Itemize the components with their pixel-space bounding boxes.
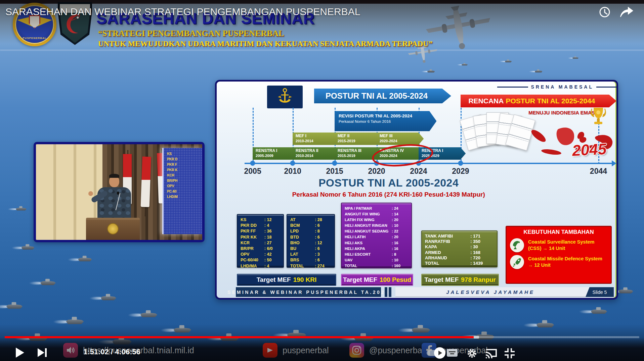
ship-superstructure	[481, 331, 487, 335]
table-row: TOTAL: 1439	[425, 261, 494, 266]
row-label: RANRATFIB	[425, 239, 470, 244]
led-screen-line: PKR D	[167, 157, 202, 162]
target-prefix: Target MEF	[343, 276, 377, 283]
row-value: : 14	[392, 211, 408, 217]
table-row: ARHANUD: 720	[425, 255, 494, 261]
table-row: RANRATFIB: 350	[425, 239, 494, 244]
row-value: : 3	[315, 252, 331, 257]
mef-label: MEF I	[296, 134, 340, 139]
row-value: : 720	[470, 255, 494, 261]
ship-superstructure	[574, 56, 576, 57]
ship-superstructure	[507, 59, 509, 61]
table-row: KAPA: 30	[425, 244, 494, 250]
top-letterbox-strip	[0, 0, 644, 4]
progress-bar[interactable]	[5, 336, 639, 338]
table-row: BTD: 6	[290, 235, 331, 240]
table-row: LATIH FIX WING: 20	[345, 217, 408, 223]
time-display: 1:51:02 / 4:06:56	[83, 348, 140, 356]
led-screen-line: OPV	[167, 184, 202, 189]
warship	[427, 70, 435, 73]
row-label: BHO	[290, 240, 315, 246]
warship	[16, 207, 27, 211]
table-row: BU: 6	[290, 246, 331, 252]
row-label: MPA / PATMAR	[345, 206, 392, 211]
ship-superstructure	[146, 310, 151, 313]
led-screen-line: PC-60	[167, 189, 202, 194]
warship	[505, 60, 512, 62]
slide-subtitle: Perkasal Nomor 6 Tahun 2016 (274 KRI-160…	[233, 191, 545, 198]
warship	[591, 309, 607, 314]
mef-arrow: MEF II2015-2019	[335, 133, 382, 145]
row-value: : 50	[264, 257, 280, 263]
microphone-tip	[117, 192, 119, 195]
row-value: : 12	[264, 217, 280, 223]
table-row: LAT: 3	[290, 252, 331, 257]
revisi-subtitle: Perkasal Nomor 6 Tahun 2016	[339, 119, 436, 123]
target-mef-bar: Target MEF978 Ranpur	[421, 274, 499, 286]
ship-superstructure	[537, 69, 539, 71]
kebutuhan-item-text: Coastal Missile Defence System → 12 Unit	[528, 256, 607, 268]
speaker-hand	[88, 191, 93, 196]
row-value: : 1439	[470, 261, 494, 266]
table-row: BRS: 6	[290, 257, 331, 263]
row-value: : 12	[315, 240, 331, 246]
youtube-icon	[263, 343, 277, 358]
next-icon[interactable]	[37, 348, 48, 357]
row-label: ANGKUT FIX WING	[345, 211, 392, 217]
fullscreen-icon[interactable]	[504, 348, 515, 359]
row-label: ARMED	[425, 250, 470, 255]
ranpur-table: TANK AMFIBI: 171RANRATFIB: 350KAPA: 30AR…	[421, 230, 498, 267]
renstra-arrow: RENSTRA II2010-2014	[293, 147, 340, 160]
row-label: PKR KK	[241, 235, 264, 240]
slide-number: Slide 5	[586, 287, 614, 297]
row-value: : 6	[315, 223, 331, 228]
led-screen-line: PKR K	[167, 167, 202, 173]
table-row: AT: 28	[290, 217, 331, 223]
table-row: PKR FF: 36	[241, 228, 280, 234]
warship	[462, 64, 468, 66]
autoplay-toggle[interactable]	[427, 350, 443, 356]
row-value: : 10	[392, 223, 408, 228]
play-icon[interactable]	[15, 347, 25, 358]
watch-later-icon[interactable]	[599, 6, 611, 18]
table-row: MPA / PATMAR: 24	[345, 206, 408, 211]
row-label: PC-60/40	[241, 257, 264, 263]
menuju-emas-caption: MENUJU INDONESIA EMAS !	[528, 110, 588, 115]
row-value: : 8	[315, 228, 331, 234]
kebutuhan-items: Coastal Surveillance System (CSS) → 14 U…	[510, 238, 607, 269]
row-label: PKR DD	[241, 223, 264, 228]
timeline-dot	[290, 161, 295, 166]
table-row: HELI ANGKUT RINGAN: 10	[345, 223, 408, 228]
cast-icon[interactable]	[485, 348, 498, 358]
progress-fill	[5, 336, 474, 338]
ship-superstructure	[106, 294, 110, 297]
warship	[618, 289, 633, 293]
kebutuhan-title: KEBUTUHAN TAMBAHAN	[510, 229, 607, 236]
renstra-label: RENSTRA I	[256, 148, 298, 153]
row-label: ARHANUD	[425, 255, 470, 261]
row-label: HELI ANGKUT RINGAN	[345, 223, 392, 228]
video-player: PUSPENERBAL SARASEHAN DAN SEMINAR “STRAT…	[0, 0, 644, 361]
mef-label: MEF III	[380, 134, 424, 139]
row-label: OPV	[241, 252, 264, 257]
year-2045-caption: 2045	[572, 140, 607, 159]
timeline-dot	[332, 161, 337, 166]
row-label: HELI LATIH	[345, 234, 392, 240]
podium	[86, 218, 140, 242]
target-prefix: Target MEF	[257, 276, 291, 283]
row-value: : 10	[392, 257, 408, 263]
share-icon[interactable]	[619, 6, 634, 18]
kebutuhan-item-text: Coastal Surveillance System (CSS) → 14 U…	[528, 239, 607, 252]
row-value: : 28	[315, 217, 331, 223]
settings-gear-icon[interactable]	[467, 348, 477, 358]
table-row: HELI LATIH: 20	[345, 234, 408, 240]
progress-handle[interactable]	[474, 336, 479, 339]
row-label: LHD/MA	[241, 263, 264, 269]
timeline-year-label: 2024	[410, 167, 427, 176]
row-value: : 16	[392, 240, 408, 246]
renstra-label: RENSTRA II	[296, 148, 340, 153]
captions-icon[interactable]	[447, 349, 458, 357]
row-label: KAPA	[425, 244, 470, 250]
warship	[101, 295, 116, 300]
led-screen: KSPKR DPKR FPKR KKCRBR/PHOPVPC-60LHD/M	[162, 148, 202, 234]
